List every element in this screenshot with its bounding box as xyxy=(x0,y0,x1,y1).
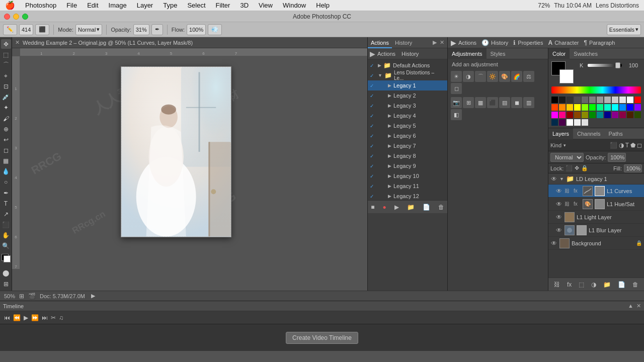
swatch-chip[interactable] xyxy=(574,104,581,111)
menu-type[interactable]: Type xyxy=(158,0,182,11)
action-legacy-1[interactable]: ✓ ▶ Legacy 1 xyxy=(368,80,447,90)
adj-filter-icon[interactable]: ◑ xyxy=(619,142,624,149)
minimize-button[interactable] xyxy=(13,14,19,20)
swatch-chip[interactable] xyxy=(551,97,558,103)
close-button[interactable] xyxy=(4,14,10,20)
audio-btn[interactable]: ♫ xyxy=(59,314,63,321)
swatch-chip[interactable] xyxy=(604,97,611,103)
go-prev-btn[interactable]: ⏪ xyxy=(13,314,21,321)
tab-swatches[interactable]: Swatches xyxy=(570,48,602,59)
fg-bg-colors[interactable] xyxy=(1,253,12,263)
swatch-chip[interactable] xyxy=(567,119,573,126)
layer-vis-huesat[interactable]: 👁 xyxy=(555,201,562,208)
blend-mode-dropdown[interactable]: Normal xyxy=(550,153,584,162)
swatch-chip[interactable] xyxy=(627,104,633,111)
menu-filter[interactable]: Filter xyxy=(211,0,235,11)
menu-window[interactable]: Window xyxy=(278,0,311,11)
action-legacy-3[interactable]: ✓ ▶ Legacy 3 xyxy=(368,101,447,111)
create-video-timeline-btn[interactable]: Create Video Timeline xyxy=(286,332,358,344)
action-legacy-10[interactable]: ✓ ▶ Legacy 10 xyxy=(368,171,447,181)
tab-layers[interactable]: Layers xyxy=(548,128,573,139)
menu-view[interactable]: View xyxy=(254,0,278,11)
lock-pixels-btn[interactable]: ⬛ xyxy=(566,165,573,171)
type-tool[interactable]: T xyxy=(1,199,11,208)
flow-dropdown[interactable]: 100% xyxy=(187,24,206,35)
swatch-chip[interactable] xyxy=(551,119,558,126)
swatch-chip[interactable] xyxy=(582,112,588,118)
layer-vis-curves[interactable]: 👁 xyxy=(555,188,562,195)
action-lens-distortions[interactable]: ✓ ▼ 📁 Lens Distortions – Le... xyxy=(368,70,447,80)
colorbalance-adj-btn[interactable]: ⚖ xyxy=(523,71,534,82)
bw-adj-btn[interactable]: ◻ xyxy=(451,83,462,94)
go-first-btn[interactable]: ⏮ xyxy=(4,314,10,321)
swatch-chip[interactable] xyxy=(567,97,573,103)
apple-logo[interactable]: 🍎 xyxy=(0,1,20,10)
eraser-tool[interactable]: ◻ xyxy=(1,145,11,155)
tab-history[interactable]: History xyxy=(392,37,415,48)
actions-icon-btn[interactable]: ▶ Actions xyxy=(451,39,476,47)
action-default-actions[interactable]: ✓ ▶ 📁 Default Actions xyxy=(368,60,447,70)
layer-group-ld-legacy-1[interactable]: 👁 ▼ 📁 LD Legacy 1 xyxy=(548,173,644,185)
action-legacy-9[interactable]: ✓ ▶ Legacy 9 xyxy=(368,161,447,171)
swatch-chip[interactable] xyxy=(619,112,626,118)
go-next-btn[interactable]: ⏩ xyxy=(31,314,39,321)
swatch-chip[interactable] xyxy=(582,119,588,126)
timeline-icon[interactable]: 🎬 xyxy=(28,293,36,300)
fullscreen-button[interactable] xyxy=(22,14,28,20)
gradient-map-adj-btn[interactable]: ▥ xyxy=(523,97,534,108)
swatch-chip[interactable] xyxy=(559,97,566,103)
swatch-chip[interactable] xyxy=(612,97,618,103)
history-brush-tool[interactable]: ↩ xyxy=(1,135,11,144)
timeline-expand-icon[interactable]: ▲ xyxy=(628,303,633,309)
menu-photoshop[interactable]: Photoshop xyxy=(20,0,61,11)
huesat-adj-btn[interactable]: 🌈 xyxy=(511,71,522,82)
levels-adj-btn[interactable]: ◑ xyxy=(463,71,474,82)
play-preview-btn[interactable]: ▶ xyxy=(91,293,95,299)
blur-tool[interactable]: 💧 xyxy=(1,167,11,176)
record-action-btn[interactable]: ● xyxy=(381,203,388,212)
layer-vis-blur[interactable]: 👁 xyxy=(555,227,562,234)
swatch-chip[interactable] xyxy=(619,97,626,103)
screen-mode-btn[interactable]: ⊞ xyxy=(1,279,11,289)
history-icon-btn[interactable]: 🕐 History xyxy=(481,39,508,46)
swatch-chip[interactable] xyxy=(589,112,596,118)
move-tool[interactable]: ✥ xyxy=(1,39,11,49)
paragraph-icon-btn[interactable]: ¶ Paragraph xyxy=(584,39,615,46)
swatch-chip[interactable] xyxy=(597,97,603,103)
pixel-filter-icon[interactable]: ⬛ xyxy=(610,142,617,149)
brush-tool[interactable]: 🖌 xyxy=(1,114,11,123)
swatch-chip[interactable] xyxy=(574,112,581,118)
add-style-btn[interactable]: fx xyxy=(565,280,574,289)
action-legacy-8[interactable]: ✓ ▶ Legacy 8 xyxy=(368,151,447,161)
channel-mixer-adj-btn[interactable]: ⊞ xyxy=(463,97,474,108)
tab-channels[interactable]: Channels xyxy=(573,128,604,139)
swatch-chip[interactable] xyxy=(559,119,566,126)
play-btn[interactable]: ▶ xyxy=(24,314,28,321)
layer-l1-blur[interactable]: 👁 L1 Blur Layer xyxy=(548,224,644,237)
swatch-chip[interactable] xyxy=(582,104,588,111)
swatch-chip[interactable] xyxy=(551,104,558,111)
shape-tool[interactable]: ⬛ xyxy=(1,220,11,229)
quick-mask-btn[interactable]: ⬤ xyxy=(1,268,11,278)
action-legacy-12[interactable]: ✓ ▶ Legacy 12 xyxy=(368,191,447,200)
swatch-chip[interactable] xyxy=(551,112,558,118)
delete-layer-btn[interactable]: 🗑 xyxy=(630,280,640,289)
background-color[interactable] xyxy=(4,255,11,262)
lasso-tool[interactable]: ⌒ xyxy=(1,60,11,70)
swatch-chip[interactable] xyxy=(619,104,626,111)
panel-menu-icon[interactable]: ▶ xyxy=(433,39,437,46)
layer-l1-curves[interactable]: 👁 ⛓ fx L1 Curves xyxy=(548,185,644,198)
opacity-pen-btn[interactable]: ✒ xyxy=(151,24,163,35)
airbrush-btn[interactable]: 💨 xyxy=(208,24,222,35)
layer-vis-light[interactable]: 👁 xyxy=(555,214,562,221)
action-legacy-11[interactable]: ✓ ▶ Legacy 11 xyxy=(368,181,447,191)
quick-select-tool[interactable]: ⌖ xyxy=(1,71,11,80)
menu-3d[interactable]: 3D xyxy=(235,0,254,11)
go-last-btn[interactable]: ⏭ xyxy=(42,314,48,321)
selective-color-adj-btn[interactable]: ◧ xyxy=(451,109,462,120)
swatch-chip[interactable] xyxy=(627,112,633,118)
tab-actions[interactable]: Actions xyxy=(368,37,392,48)
swatch-chip[interactable] xyxy=(612,112,618,118)
crop-tool[interactable]: ⊡ xyxy=(1,82,11,92)
exposure-adj-btn[interactable]: 🔆 xyxy=(487,71,498,82)
